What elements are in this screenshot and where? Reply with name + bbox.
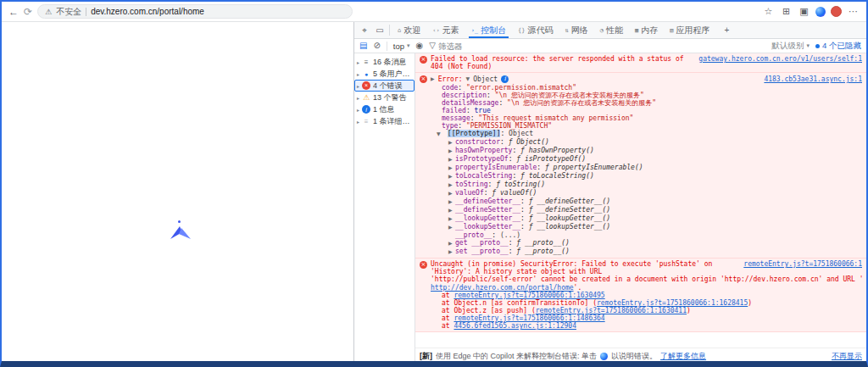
hidden-messages-count[interactable]: 4 个已隐藏: [815, 41, 861, 52]
property-key: valueOf: [455, 189, 484, 197]
back-icon[interactable]: ←: [8, 7, 19, 17]
source-link[interactable]: 4183.cb53ae31.async.js:1: [764, 75, 862, 84]
prototype-property[interactable]: ▶isPrototypeOf: ƒ isPrototypeOf(): [420, 155, 862, 164]
browser-window: ← ⟳ ⚠ 不安全 dev.hzero.com.cn/portal/home ☆…: [2, 2, 866, 361]
learn-more-link[interactable]: 了解更多信息: [660, 351, 706, 361]
prototype-property[interactable]: ▶__defineGetter__: ƒ __defineGetter__(): [420, 197, 862, 206]
stack-link[interactable]: remoteEntry.js?t=1751860066:1:1486364: [453, 314, 604, 322]
object-property: message: "This request mismatch any perm…: [420, 114, 862, 122]
sidebar-item-label: 5 条用户消息: [373, 69, 412, 80]
info-icon[interactable]: i: [501, 75, 509, 83]
console-sidebar-item[interactable]: ▸ ≡ 1 条详细消息: [354, 115, 415, 127]
prototype-property[interactable]: ▶hasOwnProperty: ƒ hasOwnProperty(): [420, 147, 862, 155]
caret-icon[interactable]: ▼: [437, 130, 443, 138]
devtools-tab[interactable]: +: [715, 22, 735, 38]
console-sidebar-toggle-icon[interactable]: ▤: [359, 42, 367, 50]
clear-console-icon[interactable]: ⊘: [373, 42, 380, 50]
devtools-tab[interactable]: ▧ 应用程序: [664, 22, 715, 38]
devtools-tab[interactable]: ›_ 控制台: [465, 22, 512, 38]
prototype-property[interactable]: ▶constructor: ƒ Object(): [420, 138, 862, 147]
tab-icon: ▦: [635, 27, 638, 34]
profile-avatar[interactable]: [831, 6, 842, 17]
stack-link[interactable]: remoteEntry.js?t=1751860066:1:1630495: [453, 292, 604, 299]
prototype-property[interactable]: ▶get __proto__: ƒ __proto__(): [420, 239, 862, 247]
stack-link[interactable]: remoteEntry.js?t=1751860066:1:1628415: [597, 299, 748, 307]
source-link[interactable]: remoteEntry.js?t=1751860066:1: [743, 260, 862, 268]
refresh-icon[interactable]: ⟳: [24, 7, 32, 17]
tab-icon: {}: [518, 27, 525, 34]
error-object-header[interactable]: × ▶ Error: ▼ Object i 4183.cb53ae31.asyn…: [420, 75, 862, 84]
stack-frame: at Object.n [as confirmTransitionTo] (re…: [420, 299, 862, 307]
property-key: toString: [455, 181, 488, 188]
inspect-element-icon[interactable]: ⌖: [357, 22, 372, 38]
error-icon: ×: [420, 56, 427, 64]
log-level-dropdown[interactable]: 默认级别 ▾: [772, 41, 810, 52]
tab-label: 源代码: [528, 25, 554, 36]
caret-icon[interactable]: ▶: [431, 75, 435, 83]
devtools-tab[interactable]: ⌂ 欢迎: [392, 22, 426, 38]
property-value: (...): [500, 231, 520, 239]
property-key: constructor: [455, 138, 500, 146]
dismiss-link[interactable]: 不再显示: [832, 351, 862, 361]
stack-trace: at remoteEntry.js?t=1751860066:1:1630495…: [420, 292, 862, 330]
console-sidebar-item[interactable]: ▸ ≡ 16 条消息: [354, 56, 415, 68]
console-sidebar-item[interactable]: ▸ i 1 信息: [354, 103, 415, 115]
url-link[interactable]: http://dev.hzero.com.cn/portal/home: [431, 284, 574, 292]
property-value: ƒ __defineSetter__(): [529, 206, 610, 214]
tab-icon: ⌂: [398, 27, 401, 34]
filter-input[interactable]: [438, 42, 498, 51]
error-message: Uncaught (in promise) SecurityError: Fai…: [431, 260, 740, 275]
prototype-property[interactable]: ▶__lookupSetter__: ƒ __lookupSetter__(): [420, 223, 862, 231]
devtools-tab[interactable]: {} 源代码: [512, 22, 559, 38]
copilot-icon[interactable]: [815, 7, 826, 17]
more-menu-icon[interactable]: ⋯: [847, 5, 860, 18]
sidebar-item-label: 13 个警告: [373, 92, 407, 103]
context-selector[interactable]: top ▾: [393, 42, 410, 51]
prototype-property[interactable]: ▶propertyIsEnumerable: ƒ propertyIsEnume…: [420, 164, 862, 172]
prototype-property[interactable]: ▶set __proto__: ƒ __proto__(): [420, 247, 862, 256]
tab-icon: ◔: [600, 27, 604, 34]
prototype-property[interactable]: ▶toLocaleString: ƒ toLocaleString(): [420, 172, 862, 181]
property-key: code: [442, 84, 458, 92]
devtools-tab[interactable]: ‹› 元素: [426, 22, 465, 38]
stack-text: ): [687, 307, 691, 314]
sidebar-item-label: 1 信息: [373, 104, 395, 115]
sidebar-item-icon: ×: [362, 81, 370, 90]
console-error-404: × Failed to load resource: the server re…: [415, 53, 866, 73]
favorites-star-icon[interactable]: ☆: [762, 5, 775, 18]
devtools-tab[interactable]: ◔ 性能: [594, 22, 629, 38]
address-bar[interactable]: ⚠ 不安全 dev.hzero.com.cn/portal/home: [37, 4, 353, 19]
extensions-icon[interactable]: ▣: [798, 5, 810, 18]
devtools-tab[interactable]: ▦ 内存: [629, 22, 664, 38]
tab-icon: ‹›: [432, 27, 439, 34]
stack-frame: at Object.z [as push] (remoteEntry.js?t=…: [420, 307, 862, 314]
prototype-property[interactable]: ▶__lookupGetter__: ƒ __lookupGetter__(): [420, 214, 862, 223]
prototype-property[interactable]: ▶__defineSetter__: ƒ __defineSetter__(): [420, 206, 862, 214]
prototype-property[interactable]: ▶valueOf: ƒ valueOf(): [420, 189, 862, 197]
live-expression-icon[interactable]: ◉: [416, 42, 424, 50]
prototype-property[interactable]: __proto__: (...): [420, 231, 862, 239]
caret-icon: ▶: [448, 147, 455, 155]
console-sidebar-item[interactable]: ▸ × 4 个错误: [354, 80, 415, 92]
devtools-tab[interactable]: ⇅ 网络: [559, 22, 594, 38]
copilot-explain-icon[interactable]: [600, 353, 608, 360]
source-link[interactable]: gateway.hzero.com.cn.ero/v1/users/self:1: [698, 55, 862, 63]
console-output: × Failed to load resource: the server re…: [415, 53, 866, 361]
sidebar-item-icon: ≡: [362, 117, 370, 125]
caret-icon[interactable]: ▼: [466, 75, 470, 83]
logo-dot: [178, 220, 181, 223]
device-toolbar-icon[interactable]: ▭: [372, 22, 387, 38]
split-screen-icon[interactable]: ⊞: [780, 5, 793, 18]
console-sidebar-item[interactable]: ▸ ● 5 条用户消息: [354, 68, 415, 80]
property-value: ƒ Object(): [509, 138, 549, 146]
prototype-row[interactable]: ▼ [[Prototype]]: Object: [420, 130, 862, 138]
property-value: ƒ toLocaleString(): [520, 172, 594, 180]
hzero-logo-icon: [170, 225, 192, 241]
prototype-property[interactable]: ▶toString: ƒ toString(): [420, 181, 862, 189]
stack-link[interactable]: remoteEntry.js?t=1751860066:1:1630411: [536, 307, 687, 314]
console-uncaught-error: × Uncaught (in promise) SecurityError: F…: [415, 259, 866, 332]
object-property: description: "\n 您访问的资源不存在或者未安装相关的服务": [420, 92, 862, 99]
stack-link[interactable]: 4456.6fed1565.async.js:1:12904: [453, 322, 576, 330]
uncaught-line1: × Uncaught (in promise) SecurityError: F…: [420, 260, 862, 275]
console-sidebar-item[interactable]: ▸ ⚠ 13 个警告: [354, 92, 415, 103]
